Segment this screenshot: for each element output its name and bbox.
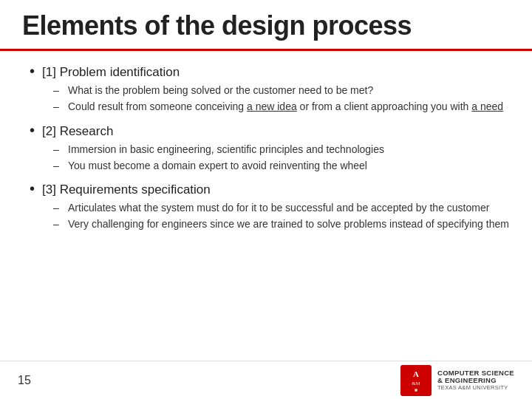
bullet-dot-3: •	[30, 180, 35, 197]
sub-bullet-text-1-2: Could result from someone conceiving a n…	[68, 99, 503, 114]
slide-title: Elements of the design process	[22, 10, 510, 41]
page-number: 15	[18, 374, 31, 387]
sub-dash: –	[53, 142, 65, 157]
sub-bullet-2-1: – Immersion in basic engineering, scient…	[53, 142, 510, 157]
sub-bullet-3-2: – Very challenging for engineers since w…	[53, 216, 510, 231]
sub-bullets-2: – Immersion in basic engineering, scient…	[53, 142, 510, 174]
bullet-section-3: • [3] Requirements specification – Artic…	[30, 180, 510, 232]
sub-dash: –	[53, 158, 65, 173]
sub-dash: –	[53, 83, 65, 98]
svg-text:A: A	[413, 369, 419, 378]
sub-bullet-text-2-2: You must become a domain expert to avoid…	[68, 158, 367, 173]
sub-bullet-text-2-1: Immersion in basic engineering, scientif…	[68, 142, 384, 157]
bullet-dot-2: •	[30, 122, 35, 139]
sub-dash: –	[53, 216, 65, 231]
logo-area: A &M COMPUTER SCIENCE & ENGINEERING TEXA…	[400, 365, 514, 396]
bullet-main-3: • [3] Requirements specification	[30, 180, 510, 197]
svg-text:&M: &M	[412, 381, 420, 386]
svg-point-3	[415, 389, 417, 392]
bottom-bar: 15 A &M COMPUTER SCIENCE & ENGINEERING T…	[0, 361, 532, 399]
sub-bullet-text-1-1: What is the problem being solved or the …	[68, 83, 373, 98]
sub-bullet-3-1: – Articulates what the system must do fo…	[53, 200, 510, 215]
sub-bullet-text-3-2: Very challenging for engineers since we …	[68, 216, 509, 231]
bullet-label-1: [1] Problem identification	[42, 65, 180, 80]
bullet-section-1: • [1] Problem identification – What is t…	[30, 63, 510, 115]
bullet-main-1: • [1] Problem identification	[30, 63, 510, 80]
tamu-university: TEXAS A&M UNIVERSITY	[437, 385, 514, 391]
sub-dash: –	[53, 99, 65, 114]
bullet-label-2: [2] Research	[42, 124, 113, 139]
tamu-emblem-icon: A &M	[400, 365, 432, 396]
sub-bullets-3: – Articulates what the system must do fo…	[53, 200, 510, 232]
slide: Elements of the design process • [1] Pro…	[0, 0, 532, 399]
sub-bullet-1-2: – Could result from someone conceiving a…	[53, 99, 510, 114]
bullet-main-2: • [2] Research	[30, 122, 510, 139]
title-area: Elements of the design process	[0, 0, 532, 51]
sub-bullet-text-3-1: Articulates what the system must do for …	[68, 200, 489, 215]
bullet-label-3: [3] Requirements specification	[42, 183, 211, 197]
sub-bullet-2-2: – You must become a domain expert to avo…	[53, 158, 510, 173]
sub-bullets-1: – What is the problem being solved or th…	[53, 83, 510, 115]
bullet-dot-1: •	[30, 63, 35, 80]
tamu-text: COMPUTER SCIENCE & ENGINEERING TEXAS A&M…	[437, 369, 514, 391]
sub-bullet-1-1: – What is the problem being solved or th…	[53, 83, 510, 98]
content-area: • [1] Problem identification – What is t…	[0, 51, 532, 247]
bullet-section-2: • [2] Research – Immersion in basic engi…	[30, 122, 510, 174]
sub-dash: –	[53, 200, 65, 215]
